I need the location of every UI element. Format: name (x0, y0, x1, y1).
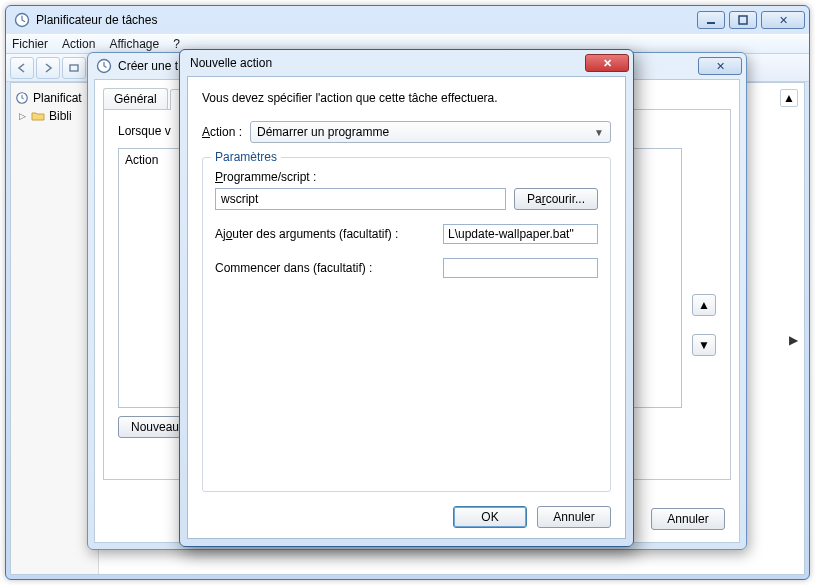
startin-input[interactable] (443, 258, 598, 278)
menu-action[interactable]: Action (62, 37, 95, 51)
new-action-dialog: Nouvelle action ✕ Vous devez spécifier l… (179, 49, 634, 547)
clock-icon (14, 12, 30, 28)
clock-icon (15, 91, 29, 105)
clock-icon (96, 58, 112, 74)
menu-view[interactable]: Affichage (109, 37, 159, 51)
folder-icon (31, 110, 45, 122)
svg-rect-3 (70, 65, 78, 71)
dialog-title: Nouvelle action (190, 56, 585, 70)
reorder-buttons: ▲ ▼ (692, 294, 716, 356)
up-button[interactable] (62, 57, 86, 79)
expand-icon[interactable]: ▷ (17, 111, 27, 121)
tree-root[interactable]: Planificat (15, 89, 94, 107)
cancel-button[interactable]: Annuler (537, 506, 611, 528)
startin-row: Commencer dans (facultatif) : (215, 258, 598, 278)
move-down-button[interactable]: ▼ (692, 334, 716, 356)
action-select-value: Démarrer un programme (257, 125, 389, 139)
sidebar-tree[interactable]: Planificat ▷ Bibli (11, 83, 99, 574)
menu-help[interactable]: ? (173, 37, 180, 51)
startin-label: Commencer dans (facultatif) : (215, 261, 433, 275)
expand-arrow-icon[interactable]: ▶ (789, 333, 798, 347)
caption-buttons: ✕ (697, 11, 805, 29)
forward-button[interactable] (36, 57, 60, 79)
program-label: Programme/script : (215, 170, 598, 184)
menu-file[interactable]: Fichier (12, 37, 48, 51)
close-button[interactable]: ✕ (761, 11, 805, 29)
tree-library-label: Bibli (49, 109, 72, 123)
chevron-down-icon: ▼ (594, 127, 604, 138)
action-select[interactable]: Démarrer un programme ▼ (250, 121, 611, 143)
dialog-body: Vous devez spécifier l'action que cette … (187, 76, 626, 539)
tree-library[interactable]: ▷ Bibli (15, 107, 94, 125)
wizard-close-button[interactable]: ✕ (698, 57, 742, 75)
arguments-row: Ajouter des arguments (facultatif) : L\u… (215, 224, 598, 244)
dialog-intro: Vous devez spécifier l'action que cette … (202, 91, 611, 105)
program-input[interactable]: wscript (215, 188, 506, 210)
dialog-titlebar: Nouvelle action ✕ (180, 50, 633, 76)
tab-general[interactable]: Général (103, 88, 168, 109)
ok-button[interactable]: OK (453, 506, 527, 528)
svg-rect-1 (707, 22, 715, 24)
action-row: Action : Démarrer un programme ▼ (202, 121, 611, 143)
minimize-button[interactable] (697, 11, 725, 29)
move-up-button[interactable]: ▲ (692, 294, 716, 316)
maximize-button[interactable] (729, 11, 757, 29)
arguments-label: Ajouter des arguments (facultatif) : (215, 227, 433, 241)
back-button[interactable] (10, 57, 34, 79)
tree-root-label: Planificat (33, 91, 82, 105)
arguments-input[interactable]: L\update-wallpaper.bat" (443, 224, 598, 244)
wizard-cancel-button[interactable]: Annuler (651, 508, 725, 530)
action-label: Action : (202, 125, 242, 139)
main-title: Planificateur de tâches (36, 13, 697, 27)
main-titlebar: Planificateur de tâches ✕ (6, 6, 809, 34)
parameters-groupbox: Paramètres Programme/script : wscript Pa… (202, 157, 611, 492)
svg-rect-2 (739, 16, 747, 24)
parameters-title: Paramètres (211, 150, 281, 164)
dialog-close-button[interactable]: ✕ (585, 54, 629, 72)
collapse-icon[interactable]: ▲ (780, 89, 798, 107)
browse-button[interactable]: Parcourir... (514, 188, 598, 210)
dialog-footer: OK Annuler (202, 502, 611, 528)
